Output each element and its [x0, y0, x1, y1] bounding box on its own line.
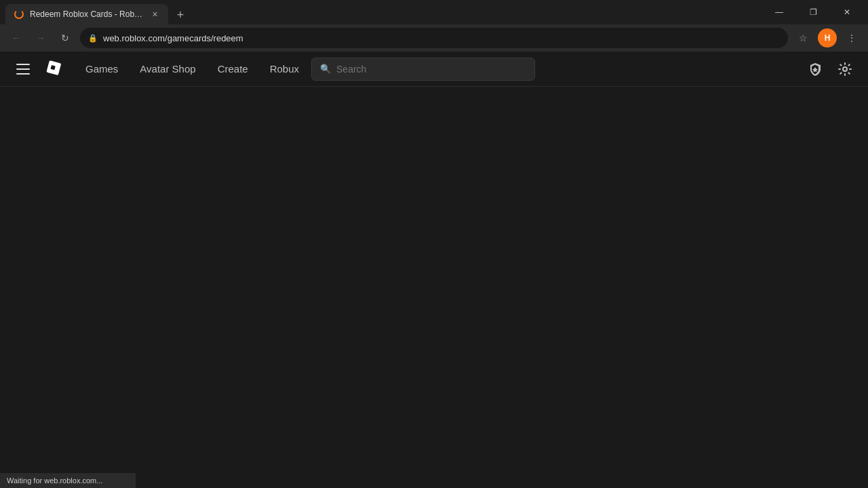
search-icon: 🔍 [320, 64, 331, 74]
url-text: web.roblox.com/gamecards/redeem [103, 33, 780, 43]
close-button[interactable]: ✕ [831, 0, 863, 24]
tab-close-button[interactable]: ✕ [149, 9, 160, 20]
roblox-navbar: Games Avatar Shop Create Robux 🔍 [0, 52, 868, 87]
title-bar: Redeem Roblox Cards - Roblox ✕ + — ❐ ✕ [0, 0, 868, 24]
browser-menu-button[interactable]: ⋮ [842, 28, 861, 47]
hamburger-line-3 [16, 73, 30, 75]
active-tab[interactable]: Redeem Roblox Cards - Roblox ✕ [5, 4, 168, 24]
url-bar[interactable]: 🔒 web.roblox.com/gamecards/redeem [80, 28, 788, 48]
search-bar[interactable]: 🔍 [311, 58, 535, 81]
minimize-button[interactable]: — [764, 0, 795, 24]
nav-link-create[interactable]: Create [208, 58, 258, 80]
status-bar: Waiting for web.roblox.com... [0, 473, 136, 488]
bookmark-button[interactable]: ☆ [793, 28, 812, 47]
forward-button[interactable]: → [31, 28, 50, 47]
tab-bar: Redeem Roblox Cards - Roblox ✕ + [5, 0, 764, 24]
roblox-logo[interactable] [43, 57, 68, 81]
roblox-logo-svg [45, 59, 66, 79]
shield-icon-svg [808, 62, 823, 77]
loading-spinner [14, 9, 24, 19]
maximize-button[interactable]: ❐ [797, 0, 829, 24]
browser-chrome: Redeem Roblox Cards - Roblox ✕ + — ❐ ✕ ←… [0, 0, 868, 52]
status-text: Waiting for web.roblox.com... [7, 476, 102, 485]
svg-point-3 [843, 67, 847, 71]
hamburger-line-2 [16, 68, 30, 70]
search-input[interactable] [336, 64, 526, 75]
hamburger-line-1 [16, 64, 30, 65]
nav-links: Games Avatar Shop Create Robux 🔍 [76, 58, 800, 81]
tab-favicon [14, 9, 24, 20]
tab-title: Redeem Roblox Cards - Roblox [30, 9, 144, 19]
profile-button[interactable]: H [818, 28, 837, 47]
robux-shield-icon-button[interactable] [803, 57, 827, 81]
gear-icon-svg [837, 62, 852, 77]
main-content [0, 87, 868, 473]
nav-link-games[interactable]: Games [76, 58, 127, 80]
address-bar: ← → ↻ 🔒 web.roblox.com/gamecards/redeem … [0, 24, 868, 52]
back-button[interactable]: ← [7, 28, 26, 47]
new-tab-button[interactable]: + [171, 5, 190, 24]
hamburger-menu-button[interactable] [11, 57, 35, 81]
settings-icon-button[interactable] [833, 57, 857, 81]
nav-link-robux[interactable]: Robux [260, 58, 309, 80]
window-controls: — ❐ ✕ [764, 0, 863, 24]
reload-button[interactable]: ↻ [56, 28, 75, 47]
lock-icon: 🔒 [88, 34, 98, 43]
nav-link-avatar-shop[interactable]: Avatar Shop [130, 58, 205, 80]
nav-right [803, 57, 857, 81]
